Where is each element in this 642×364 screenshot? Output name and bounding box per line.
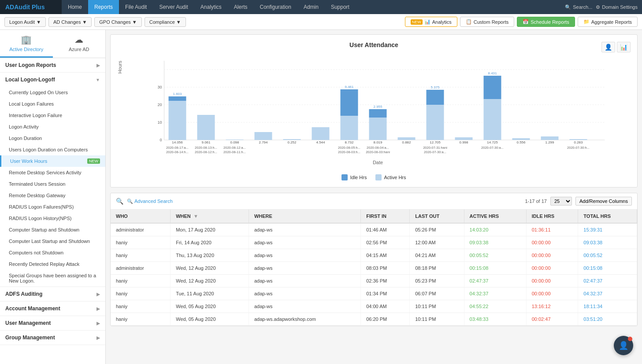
nav-server-audit[interactable]: Server Audit xyxy=(153,0,194,14)
nav-home[interactable]: Home xyxy=(62,0,88,14)
section-user-mgmt: User Management ▶ xyxy=(0,316,105,331)
sidebar-item-currently-logged-on[interactable]: Currently Logged On Users xyxy=(0,87,105,98)
col-idle-hrs[interactable]: IDLE HRS xyxy=(526,210,578,223)
svg-text:5.375: 5.375 xyxy=(430,85,440,89)
gpo-changes-btn[interactable]: GPO Changes ▼ xyxy=(94,17,141,27)
sidebar-item-users-logon-duration[interactable]: Users Logon Duration on Computers xyxy=(0,144,105,155)
svg-text:2020-08-05:h...: 2020-08-05:h... xyxy=(338,146,360,150)
analytics-btn[interactable]: NEW 📊 Analytics xyxy=(405,17,457,27)
cell-who: administrator xyxy=(111,262,171,275)
sidebar-item-local-logon-failures[interactable]: Local Logon Failures xyxy=(0,98,105,110)
sidebar-item-computers-not-shutdown[interactable]: Computers not Shutdown xyxy=(0,247,105,258)
cell-where: adap-ws xyxy=(249,300,360,313)
tab-active-directory[interactable]: 🏢 Active Directory xyxy=(0,30,53,58)
advanced-search-btn[interactable]: 🔍 Advanced Search xyxy=(127,199,173,204)
svg-text:2.955: 2.955 xyxy=(373,105,382,109)
legend-active-label: Active Hrs xyxy=(384,175,406,180)
sidebar-item-remote-desktop-gateway[interactable]: Remote Desktop Gateway xyxy=(0,190,105,201)
fab-button[interactable]: 👤 xyxy=(614,336,633,355)
table-row: haniy Fri, 14 Aug 2020 adap-ws 02:56 PM … xyxy=(111,236,637,249)
svg-text:2020-08-04:a...: 2020-08-04:a... xyxy=(367,146,389,150)
svg-text:4.544: 4.544 xyxy=(316,140,325,144)
add-remove-columns-btn[interactable]: Add/Remove Columns xyxy=(575,197,632,206)
svg-text:30: 30 xyxy=(157,85,162,89)
nav-reports[interactable]: Reports xyxy=(88,0,119,14)
cell-idle-hrs: 00:00:00 xyxy=(526,275,578,287)
svg-text:0.098: 0.098 xyxy=(230,140,239,144)
cell-who: administrator xyxy=(111,223,171,236)
cell-where: adap-ws xyxy=(249,236,360,249)
cell-active-hrs: 04:55:22 xyxy=(464,300,526,313)
cell-idle-hrs: 00:00:00 xyxy=(526,262,578,275)
col-when[interactable]: WHEN ▼ xyxy=(171,210,249,223)
sidebar-item-replay-attack[interactable]: Recently Detected Replay Attack xyxy=(0,258,105,270)
section-header-adfs[interactable]: ADFS Auditing ▶ xyxy=(0,287,105,301)
sidebar-item-user-work-hours[interactable]: User Work Hours NEW xyxy=(0,155,105,167)
sidebar-item-interactive-logon-failure[interactable]: Interactive Logon Failure xyxy=(0,110,105,121)
nav-file-audit[interactable]: File Audit xyxy=(119,0,153,14)
search-icon[interactable]: 🔍 xyxy=(116,198,123,205)
nav-support[interactable]: Support xyxy=(325,0,356,14)
cell-active-hrs: 00:15:08 xyxy=(464,262,526,275)
col-last-out[interactable]: LAST OUT xyxy=(410,210,464,223)
search-btn[interactable]: 🔍 Search... xyxy=(565,4,592,10)
compliance-btn[interactable]: Compliance ▼ xyxy=(145,17,186,27)
sidebar-item-logon-activity[interactable]: Logon Activity xyxy=(0,121,105,132)
tab-azure-ad[interactable]: ☁ Azure AD xyxy=(53,30,106,58)
svg-text:2020-08-12:a...: 2020-08-12:a... xyxy=(223,146,246,150)
section-header-user-logon[interactable]: User Logon Reports ▶ xyxy=(0,58,105,72)
aggregate-reports-btn[interactable]: 📁 Aggregate Reports xyxy=(578,17,638,27)
cell-where: adap-ws xyxy=(249,223,360,236)
svg-text:2020-08-11:h...: 2020-08-11:h... xyxy=(223,150,246,154)
svg-text:2020-08-12:h...: 2020-08-12:h... xyxy=(195,150,217,154)
section-header-user-mgmt[interactable]: User Management ▶ xyxy=(0,316,105,330)
chevron-down-icon: ▼ xyxy=(96,77,100,82)
chart-view-chart-btn[interactable]: 📊 xyxy=(617,42,631,52)
cell-active-hrs: 04:32:37 xyxy=(464,287,526,300)
cell-when: Wed, 05 Aug 2020 xyxy=(171,313,249,326)
logon-audit-btn[interactable]: Logon Audit ▼ xyxy=(4,17,46,27)
cell-active-hrs: 02:47:37 xyxy=(464,275,526,287)
sidebar-item-terminated-users[interactable]: Terminated Users Session xyxy=(0,178,105,190)
sidebar-item-radius-failures[interactable]: RADIUS Logon Failures(NPS) xyxy=(0,201,105,213)
sidebar-item-radius-history[interactable]: RADIUS Logon History(NPS) xyxy=(0,213,105,224)
second-nav: Logon Audit ▼ AD Changes ▼ GPO Changes ▼… xyxy=(0,14,642,30)
sidebar-item-computer-startup[interactable]: Computer Startup and Shutdown xyxy=(0,224,105,235)
nav-admin[interactable]: Admin xyxy=(297,0,325,14)
col-active-hrs[interactable]: ACTIVE HRS xyxy=(464,210,526,223)
col-first-in[interactable]: FIRST IN xyxy=(361,210,410,223)
nav-configuration[interactable]: Configuration xyxy=(254,0,297,14)
col-who[interactable]: WHO xyxy=(111,210,171,223)
cell-who: haniy xyxy=(111,313,171,326)
notification-badge xyxy=(628,337,632,341)
cell-first-in: 02:36 PM xyxy=(361,275,410,287)
second-nav-right: NEW 📊 Analytics 📋 Custom Reports 📅 Sched… xyxy=(405,17,638,27)
main-layout: 🏢 Active Directory ☁ Azure AD User Logon… xyxy=(0,30,642,364)
chevron-right-icon-acct: ▶ xyxy=(96,306,100,311)
bar-active-5 xyxy=(283,139,301,140)
sidebar-item-computer-last-startup[interactable]: Computer Last Startup and Shutdown xyxy=(0,235,105,247)
section-header-local-logon[interactable]: Local Logon-Logoff ▼ xyxy=(0,73,105,87)
domain-settings-btn[interactable]: ⚙ Domain Settings xyxy=(596,4,638,10)
svg-text:2020-08-17:a...: 2020-08-17:a... xyxy=(166,146,189,150)
svg-text:0.998: 0.998 xyxy=(459,140,468,144)
nav-alerts[interactable]: Alerts xyxy=(228,0,254,14)
cell-total-hrs: 18:11:34 xyxy=(578,300,637,313)
nav-items: Home Reports File Audit Server Audit Ana… xyxy=(62,0,356,14)
cell-first-in: 01:34 PM xyxy=(361,287,410,300)
nav-analytics[interactable]: Analytics xyxy=(194,0,228,14)
per-page-select[interactable]: 25 50 100 xyxy=(550,197,572,206)
ad-changes-btn[interactable]: AD Changes ▼ xyxy=(48,17,92,27)
chart-view-table-btn[interactable]: 👤 xyxy=(601,42,615,52)
svg-text:0.556: 0.556 xyxy=(516,140,526,144)
col-where[interactable]: WHERE xyxy=(249,210,360,223)
cell-who: haniy xyxy=(111,287,171,300)
sidebar-item-special-groups[interactable]: Special Groups have been assigned to a N… xyxy=(0,270,105,287)
schedule-reports-btn[interactable]: 📅 Schedule Reports xyxy=(517,17,575,27)
custom-reports-btn[interactable]: 📋 Custom Reports xyxy=(460,17,514,27)
sidebar-item-remote-desktop-services[interactable]: Remote Desktop Services Activity xyxy=(0,167,105,178)
section-header-group-mgmt[interactable]: Group Management ▶ xyxy=(0,331,105,345)
col-total-hrs[interactable]: TOTAL HRS xyxy=(578,210,637,223)
section-header-account-mgmt[interactable]: Account Management ▶ xyxy=(0,301,105,316)
sidebar-item-logon-duration[interactable]: Logon Duration xyxy=(0,132,105,144)
